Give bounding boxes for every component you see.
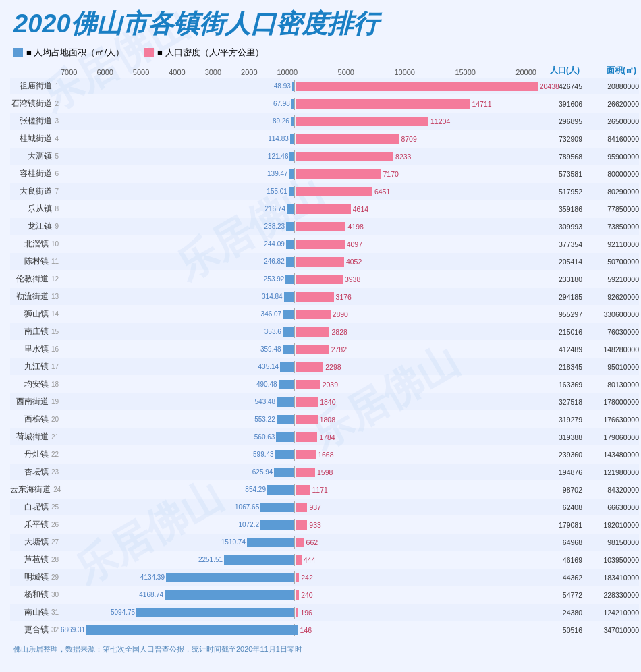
right-bar: [296, 520, 307, 530]
right-bar-value: 2039: [323, 381, 338, 389]
right-bar-inner: 4614: [296, 204, 539, 214]
left-bar-container: 246.82: [61, 253, 294, 270]
footer-text: 佛山乐居整理，数据来源：第七次全国人口普查公报，统计时间截至2020年11月1日…: [10, 644, 631, 654]
row-name: 龙江镇 9: [10, 221, 61, 231]
left-bar-container: 314.84: [61, 288, 294, 305]
center-divider: [294, 343, 295, 356]
row-name: 西樵镇 20: [10, 414, 61, 424]
left-row: 荷城街道 21560.63: [10, 428, 294, 445]
left-row: 丹灶镇 22599.43: [10, 446, 294, 463]
left-bar-value: 48.93: [274, 82, 291, 90]
row-name: 狮山镇 14: [10, 309, 61, 319]
right-bar-inner: 1598: [296, 468, 539, 477]
right-row: 461435918677850000: [294, 200, 639, 217]
row-name: 容桂街道 6: [10, 169, 61, 179]
center-divider: [294, 150, 295, 163]
left-bar-container: 48.93: [61, 78, 294, 94]
right-bar-inner: 2828: [296, 327, 539, 337]
left-bar-value: 854.29: [245, 486, 266, 493]
row-name: 更合镇 32: [10, 625, 61, 635]
left-bar-container: 89.26: [61, 113, 294, 130]
left-bar-container: 435.14: [61, 358, 294, 375]
right-bar: [296, 327, 329, 337]
left-bar-value: 155.01: [267, 188, 287, 195]
area-value: 98150000: [585, 538, 639, 547]
right-bar-inner: 444: [296, 555, 539, 565]
left-bar-container: 599.43: [61, 446, 294, 463]
row-name: 杏坛镇 23: [10, 467, 61, 477]
left-row: 更合镇 326869.31: [10, 621, 294, 638]
center-divider: [294, 501, 295, 513]
left-bar-container: 4134.39: [61, 569, 294, 586]
right-bar: [296, 240, 345, 249]
right-row: 419830999373850000: [294, 218, 639, 235]
population-value: 54772: [539, 591, 585, 599]
main-container: 2020佛山市各镇街人口密度排行 ■ 人均占地面积（㎡/人） ■ 人口密度（人/…: [0, 0, 641, 665]
right-bar-value: 8709: [401, 135, 416, 143]
left-bar: [276, 432, 294, 442]
area-value: 347010000: [585, 626, 639, 634]
right-bar: [296, 134, 399, 144]
left-bar-container: 1510.74: [61, 534, 294, 551]
right-row: 19624380124210000: [294, 604, 639, 621]
area-value: 183410000: [585, 573, 639, 582]
center-divider: [294, 273, 295, 285]
right-bar-inner: 2298: [296, 362, 539, 372]
center-divider: [294, 396, 295, 408]
left-bar-value: 244.09: [264, 240, 285, 248]
left-bar: [136, 608, 294, 617]
right-bar: [296, 608, 298, 617]
right-row: 14650516347010000: [294, 621, 639, 638]
left-bar-container: 253.92: [61, 271, 294, 287]
legend-pink: ■ 人口密度（人/平方公里）: [144, 47, 264, 59]
left-bar-value: 553.22: [254, 416, 275, 423]
right-bar: [296, 222, 345, 231]
area-value: 66630000: [585, 503, 639, 511]
left-bar-container: 4168.74: [61, 586, 294, 603]
right-row: 1668239360143480000: [294, 446, 639, 463]
left-row: 乐平镇 261072.2: [10, 516, 294, 533]
population-value: 391606: [539, 100, 585, 108]
center-divider: [294, 133, 295, 145]
row-name: 荷城街道 21: [10, 432, 61, 442]
population-value: 412489: [539, 345, 585, 354]
left-bar-value: 1067.65: [235, 503, 259, 511]
area-value: 59210000: [585, 275, 639, 283]
area-value: 26620000: [585, 100, 639, 108]
right-bar-inner: 6451: [296, 187, 539, 196]
area-value: 92620000: [585, 293, 639, 301]
right-bar-inner: 8709: [296, 134, 539, 144]
row-name: 勒流街道 13: [10, 291, 61, 302]
left-bar: [166, 573, 294, 582]
right-bar: [296, 362, 323, 372]
row-name: 丹灶镇 22: [10, 449, 61, 459]
center-divider: [294, 361, 295, 373]
population-value: 215016: [539, 328, 585, 336]
left-row: 大良街道 7155.01: [10, 183, 294, 200]
left-bar: [277, 397, 294, 407]
row-name: 里水镇 16: [10, 344, 61, 354]
right-bar: [296, 82, 538, 91]
legend-blue: ■ 人均占地面积（㎡/人）: [13, 47, 124, 59]
right-bar: [296, 292, 334, 302]
left-bar-container: 139.47: [61, 165, 294, 182]
left-bar: [286, 257, 294, 267]
left-bar-value: 353.6: [264, 328, 281, 335]
right-bar-inner: 2890: [296, 310, 539, 319]
left-bar-container: 216.74: [61, 200, 294, 217]
right-bar-value: 6451: [374, 188, 390, 196]
left-bar-value: 121.46: [268, 152, 289, 160]
left-row: 云东海街道 24854.29: [10, 481, 294, 498]
left-row: 西樵镇 20553.22: [10, 411, 294, 428]
right-bar-inner: 4097: [296, 240, 539, 249]
population-value: 309993: [539, 223, 585, 231]
left-bar-value: 560.63: [254, 433, 275, 441]
area-value: 76030000: [585, 328, 639, 336]
left-bar-container: 121.46: [61, 148, 294, 165]
area-value: 84320000: [585, 486, 639, 494]
right-bar-inner: 20438: [296, 82, 539, 91]
right-bar-inner: 2782: [296, 345, 539, 354]
right-row: 717057358180000000: [294, 165, 639, 182]
chart-wrapper: 7000600050004000300020001000 祖庙街道 148.93…: [10, 63, 631, 639]
right-bar: [296, 485, 310, 495]
